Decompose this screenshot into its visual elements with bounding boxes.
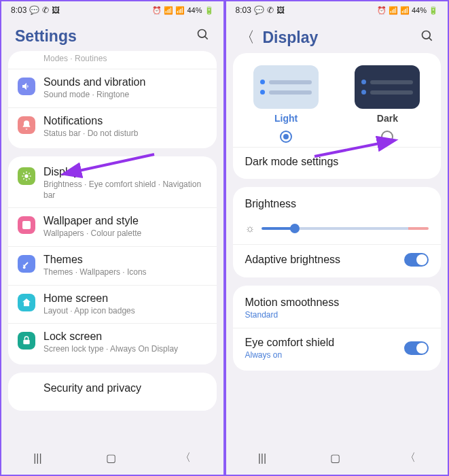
nav-bar: ||| ▢ 〈	[1, 444, 223, 475]
adaptive-brightness[interactable]: Adaptive brightness	[233, 244, 442, 275]
item-subtitle: Wallpapers · Colour palette	[43, 228, 207, 239]
svg-point-2	[24, 175, 28, 178]
settings-item-lock[interactable]: Lock screen Screen lock type · Always On…	[8, 323, 217, 362]
svg-line-9	[23, 179, 24, 180]
back-button[interactable]: 〈	[405, 451, 416, 465]
brightness-label-row: Brightness	[233, 190, 442, 218]
theme-label: Dark	[377, 113, 398, 124]
sun-small-icon: ☼	[245, 222, 255, 235]
svg-point-0	[198, 30, 206, 38]
eye-toggle[interactable]	[404, 341, 429, 355]
battery-pct: 44%	[412, 6, 427, 14]
setting-label: Motion smoothness	[245, 296, 429, 309]
bell-icon	[18, 116, 35, 134]
svg-line-15	[429, 37, 432, 40]
svg-line-1	[204, 37, 207, 39]
battery-icon: 🔋	[429, 6, 438, 15]
home-button[interactable]: ▢	[330, 452, 340, 464]
eye-comfort-shield[interactable]: Eye comfort shield Always on	[233, 328, 442, 368]
recents-button[interactable]: |||	[33, 452, 41, 464]
home-button[interactable]: ▢	[106, 452, 116, 464]
item-title: Display	[43, 166, 207, 178]
image-icon: 🖼	[52, 5, 60, 15]
item-title: Sounds and vibration	[43, 76, 207, 88]
theme-option-light[interactable]: Light	[253, 65, 319, 143]
theme-card: Light Dark Dark mode settings	[233, 53, 442, 179]
search-icon[interactable]	[196, 28, 210, 45]
svg-rect-12	[22, 221, 31, 229]
adaptive-toggle[interactable]	[404, 253, 429, 267]
item-subtitle: Screen lock type · Always On Display	[43, 344, 207, 355]
home-icon	[18, 294, 35, 311]
search-icon[interactable]	[420, 29, 434, 46]
settings-group: Display Brightness · Eye comfort shield …	[8, 156, 217, 364]
settings-list[interactable]: Modes · Routines Sounds and vibration So…	[1, 51, 223, 444]
setting-label: Adaptive brightness	[245, 254, 405, 266]
dark-mode-settings[interactable]: Dark mode settings	[233, 147, 442, 176]
brightness-slider-row: ☼	[233, 218, 442, 244]
svg-line-7	[23, 173, 24, 174]
clock: 8:03	[236, 5, 251, 15]
setting-label: Eye comfort shield	[245, 337, 405, 349]
item-subtitle: Status bar · Do not disturb	[43, 129, 207, 139]
item-title: Home screen	[43, 292, 207, 305]
battery-icon: 🔋	[204, 6, 214, 15]
item-title: Themes	[43, 254, 207, 266]
brightness-slider[interactable]	[262, 227, 429, 230]
theme-option-dark[interactable]: Dark	[355, 65, 420, 143]
settings-screen: 8:03 💬 ✆ 🖼 ⏰ 📶 📶 44% 🔋 Settings Modes · …	[0, 0, 225, 476]
dark-preview	[355, 65, 420, 109]
settings-item-home[interactable]: Home screen Layout · App icon badges	[8, 285, 217, 324]
status-bar: 8:03 💬 ✆ 🖼 ⏰ 📶 📶 44% 🔋	[226, 1, 448, 19]
theme-label: Light	[274, 113, 298, 124]
display-screen: 8:03 💬 ✆ 🖼 ⏰ 📶 📶 44% 🔋 〈 Display	[225, 0, 450, 476]
image-icon: 🖼	[276, 5, 285, 15]
header: 〈 Display	[226, 19, 448, 53]
item-subtitle: Brightness · Eye comfort shield · Naviga…	[43, 180, 207, 201]
settings-item-notifications[interactable]: Notifications Status bar · Do not distur…	[8, 107, 217, 146]
item-title: Notifications	[43, 115, 207, 127]
light-radio[interactable]	[280, 131, 292, 143]
svg-point-14	[423, 31, 431, 39]
setting-label: Brightness	[245, 198, 297, 210]
cutoff-item: Modes · Routines	[8, 54, 217, 69]
item-subtitle: Themes · Wallpapers · Icons	[43, 267, 207, 278]
recents-button[interactable]: |||	[258, 452, 266, 464]
nav-bar: ||| ▢ 〈	[226, 444, 448, 475]
item-subtitle: Sound mode · Ringtone	[43, 90, 207, 101]
settings-group: Modes · Routines Sounds and vibration So…	[8, 51, 217, 148]
palette-icon	[18, 216, 35, 234]
setting-label: Dark mode settings	[245, 156, 339, 168]
status-bar: 8:03 💬 ✆ 🖼 ⏰ 📶 📶 44% 🔋	[1, 1, 223, 19]
settings-item-themes[interactable]: Themes Themes · Wallpapers · Icons	[8, 246, 217, 285]
settings-group: Security and privacy	[8, 373, 217, 411]
header: Settings	[1, 19, 223, 51]
motion-eye-card: Motion smoothness Standard Eye comfort s…	[233, 286, 442, 371]
display-list[interactable]: Light Dark Dark mode settings	[226, 53, 448, 444]
settings-item-sounds[interactable]: Sounds and vibration Sound mode · Ringto…	[8, 69, 217, 107]
back-button[interactable]: 〈	[180, 451, 191, 465]
item-subtitle: Layout · App icon badges	[43, 306, 207, 317]
settings-item-wallpaper[interactable]: Wallpaper and style Wallpapers · Colour …	[8, 207, 217, 246]
svg-line-8	[29, 179, 29, 180]
dark-radio[interactable]	[381, 131, 393, 143]
back-icon[interactable]: 〈	[240, 27, 255, 48]
setting-value: Always on	[245, 350, 405, 360]
item-title: Wallpaper and style	[43, 215, 207, 227]
item-title: Lock screen	[43, 330, 207, 343]
motion-smoothness[interactable]: Motion smoothness Standard	[233, 288, 442, 328]
page-title: Display	[263, 29, 413, 47]
light-preview	[253, 65, 319, 109]
sun-icon	[18, 167, 35, 185]
svg-line-10	[29, 173, 29, 174]
settings-item-display[interactable]: Display Brightness · Eye comfort shield …	[8, 159, 217, 207]
wifi-icon: 📶	[164, 6, 173, 15]
brightness-card: Brightness ☼ Adaptive brightness	[233, 187, 442, 277]
signal-icon: 📶	[175, 6, 185, 15]
wifi-icon: 📶	[389, 6, 398, 15]
setting-value: Standard	[245, 310, 429, 320]
whatsapp-icon: ✆	[267, 5, 274, 15]
settings-item-security[interactable]: Security and privacy	[8, 375, 217, 408]
battery-pct: 44%	[187, 6, 202, 14]
alarm-icon: ⏰	[152, 6, 162, 15]
